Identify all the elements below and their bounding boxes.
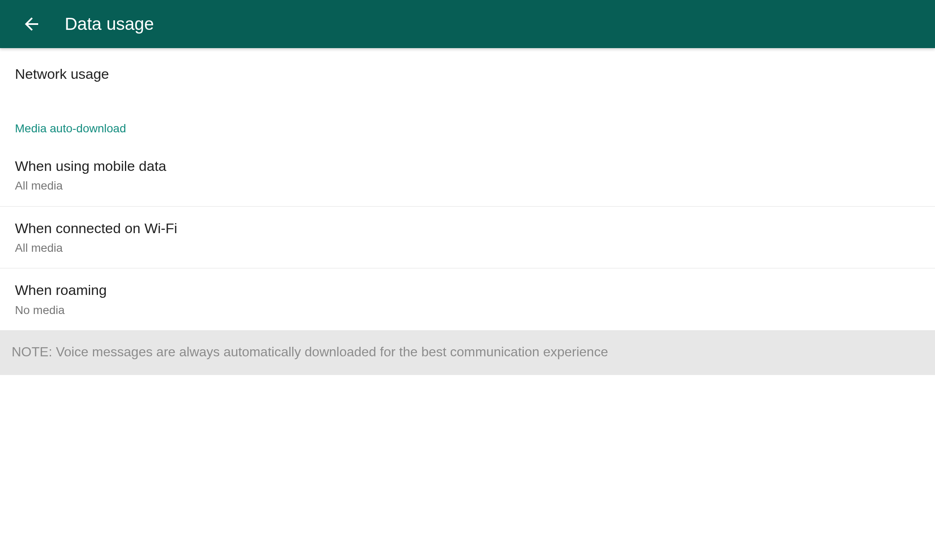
page-title: Data usage (65, 14, 154, 34)
roaming-subtitle: No media (15, 303, 920, 318)
roaming-title: When roaming (15, 281, 920, 299)
app-bar: Data usage (0, 0, 935, 48)
wifi-title: When connected on Wi-Fi (15, 219, 920, 237)
network-usage-title: Network usage (15, 65, 920, 83)
mobile-data-title: When using mobile data (15, 157, 920, 175)
mobile-data-item[interactable]: When using mobile data All media (0, 144, 935, 206)
wifi-subtitle: All media (15, 241, 920, 256)
wifi-item[interactable]: When connected on Wi-Fi All media (0, 207, 935, 268)
roaming-item[interactable]: When roaming No media (0, 268, 935, 330)
arrow-back-icon (22, 14, 42, 34)
settings-list: Network usage Media auto-download When u… (0, 48, 935, 375)
media-auto-download-header: Media auto-download (0, 100, 935, 144)
note-text: NOTE: Voice messages are always automati… (0, 330, 935, 375)
network-usage-item[interactable]: Network usage (0, 48, 935, 100)
mobile-data-subtitle: All media (15, 178, 920, 193)
back-button[interactable] (20, 12, 43, 36)
